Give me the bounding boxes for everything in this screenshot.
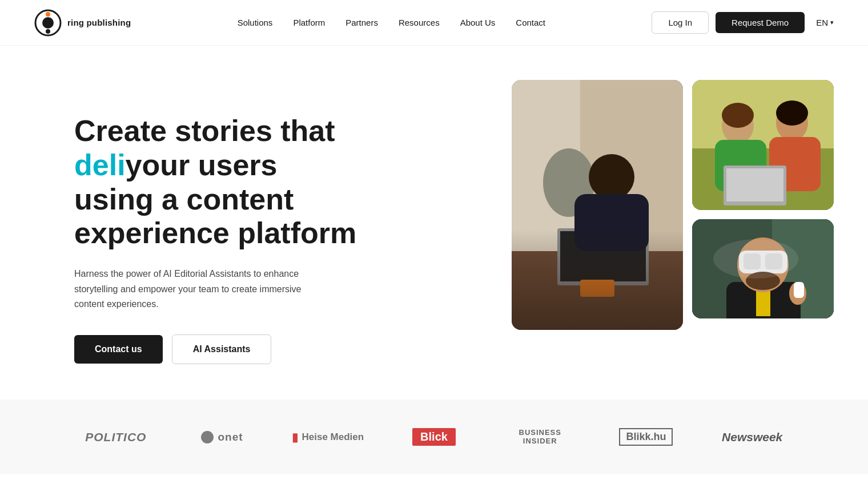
heise-logo-container: ▮ Heise Medien [292,430,364,444]
svg-rect-11 [574,194,649,251]
hero-images [394,80,834,330]
business-insider-top-text: BUSINESS [519,429,561,437]
hero-image-women [692,80,834,210]
logo-onet: onet [180,431,264,443]
svg-rect-33 [794,282,804,298]
heise-icon: ▮ [292,430,298,444]
nav-about-us[interactable]: About Us [460,18,496,27]
svg-rect-12 [580,280,614,297]
hero-heading-highlight: deli [74,148,126,182]
blikk-logo-text: Blikk.hu [619,428,673,446]
hero-image-vr [692,219,834,318]
chevron-down-icon: ▾ [830,19,834,26]
svg-rect-29 [744,253,761,269]
svg-point-10 [589,154,634,200]
logo-newsweek: Newsweek [710,430,794,444]
svg-rect-28 [739,251,787,273]
main-nav: Solutions Platform Partners Resources Ab… [238,18,545,27]
hero-description: Harness the power of AI Editorial Assist… [74,267,326,312]
ai-assistants-button[interactable]: AI Assistants [172,334,272,364]
hero-heading: Create stories that deliyour users using… [74,114,371,251]
onet-logo-container: onet [201,431,243,443]
svg-point-31 [746,272,780,290]
svg-rect-7 [557,228,649,285]
politico-logo-text: POLITICO [85,430,146,444]
hero-heading-line1: Create stories that [74,114,335,147]
svg-point-22 [722,103,754,128]
logo-heise: ▮ Heise Medien [286,430,369,444]
onet-logo-text: onet [218,431,243,443]
svg-point-2 [46,12,50,17]
logo-politico: POLITICO [74,430,158,444]
svg-rect-8 [560,231,646,281]
brand-name: ring publishing [67,18,131,27]
hero-cta-buttons: Contact us AI Assistants [74,334,371,364]
hero-heading-line3: using a content [74,183,294,216]
svg-rect-30 [765,253,782,269]
hero-heading-line4: experience platform [74,216,356,249]
hero-section: Create stories that deliyour users using… [0,46,868,400]
onet-dot-icon [201,431,214,443]
header: ring publishing Solutions Platform Partn… [0,0,868,46]
logo-business-insider: BUSINESS INSIDER [499,429,582,445]
nav-contact[interactable]: Contact [516,18,545,27]
heise-logo-text: Heise Medien [302,431,364,443]
laptop-woman-image [512,80,683,330]
language-label: EN [816,18,828,27]
partner-logos-section: POLITICO onet ▮ Heise Medien Blick BUSIN… [0,400,868,474]
logo-blick: Blick [392,428,476,446]
hero-main-image [512,80,683,330]
blick-logo-text: Blick [412,428,456,446]
vr-man-image [692,219,834,318]
header-actions: Log In Request Demo EN ▾ [652,11,834,34]
contact-us-button[interactable]: Contact us [74,335,163,364]
svg-rect-20 [726,168,783,201]
newsweek-logo-text: Newsweek [722,430,782,444]
ring-publishing-icon [34,9,62,37]
request-demo-button[interactable]: Request Demo [716,12,805,33]
nav-solutions[interactable]: Solutions [238,18,273,27]
svg-point-1 [42,17,54,29]
business-insider-bottom-text: INSIDER [523,437,557,445]
hero-content: Create stories that deliyour users using… [74,80,371,364]
business-insider-logo-container: BUSINESS INSIDER [519,429,561,445]
login-button[interactable]: Log In [652,11,709,34]
nav-platform[interactable]: Platform [293,18,325,27]
nav-partners[interactable]: Partners [345,18,378,27]
two-women-image [692,80,834,210]
logo-blikk: Blikk.hu [605,428,688,446]
nav-resources[interactable]: Resources [399,18,440,27]
svg-point-3 [46,29,50,34]
language-switcher[interactable]: EN ▾ [816,18,834,27]
svg-point-21 [776,100,808,126]
svg-rect-6 [512,251,683,330]
brand-logo[interactable]: ring publishing [34,9,131,37]
hero-heading-line2: your users [126,148,278,182]
hero-side-images [692,80,834,318]
